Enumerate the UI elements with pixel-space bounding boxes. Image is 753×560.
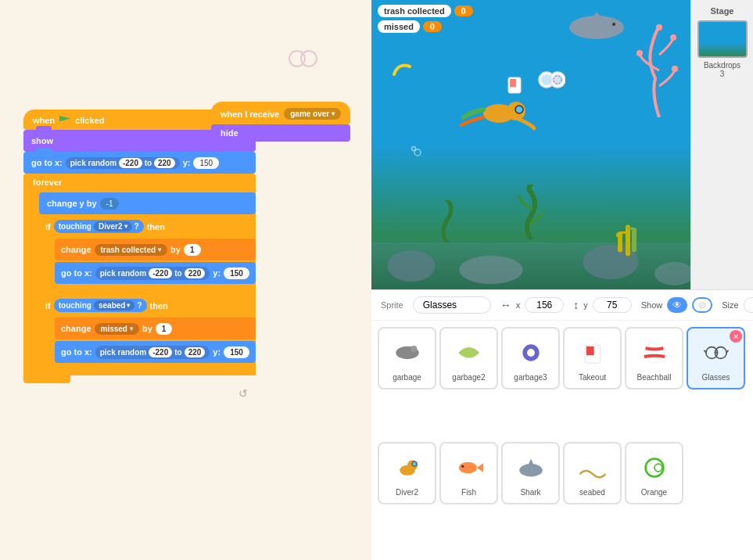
by-val1[interactable]: 1 (184, 244, 201, 256)
change2-label: change (61, 324, 91, 333)
go-to-x3-block[interactable]: go to x: pick random -220 to 220 y: 150 (55, 341, 256, 363)
sprite-card-seabed[interactable]: seabed (563, 442, 622, 504)
touching-diver-input[interactable]: touching Diver2 ▾ ? (54, 220, 144, 233)
svg-point-12 (515, 106, 523, 113)
shark-sprite (565, 4, 628, 46)
y-value1[interactable]: 150 (193, 157, 219, 169)
game-view: trash collected 0 missed 0 (371, 0, 690, 289)
chevron-icon: ▾ (124, 223, 127, 230)
sprite-name-orange: Orange (641, 488, 667, 497)
sprite-icon-shark (514, 451, 548, 485)
stage-thumbnail[interactable] (697, 20, 748, 58)
missed-dropdown[interactable]: missed ▾ (95, 323, 139, 335)
seaweed2-decoration (436, 200, 459, 246)
if2-label: if (45, 301, 51, 311)
go-to-x3-label: go to x: (61, 347, 92, 357)
if-label: if (45, 222, 51, 232)
svg-point-50 (654, 464, 662, 472)
sprite-delete-btn-glasses[interactable]: ✕ (730, 330, 742, 343)
seabed-dropdown[interactable]: seabed ▾ (94, 300, 134, 311)
sprite-icon-diver2 (390, 451, 425, 485)
chevron-icon4: ▾ (130, 325, 133, 332)
sprite-name-input[interactable] (413, 296, 491, 314)
if-end-cap (39, 287, 70, 293)
sprite-icon-garbage (390, 336, 425, 370)
svg-point-21 (459, 256, 523, 284)
seaweed-decoration (515, 185, 547, 242)
pick-random2[interactable]: pick random -220 to 220 (95, 267, 210, 280)
by-val2[interactable]: 1 (156, 323, 173, 335)
sprite-icon-seabed (576, 451, 610, 485)
y-value2[interactable]: 150 (224, 267, 249, 279)
size-label: Size (722, 300, 738, 310)
hide-block[interactable]: hide (211, 124, 350, 142)
when-receive-stack: when I receive game over ▾ hide (211, 102, 350, 142)
touching-seabed-input[interactable]: touching seabed ▾ ? (54, 299, 147, 312)
if-diver2-block[interactable]: if touching Diver2 ▾ ? then change (39, 216, 256, 293)
svg-point-43 (411, 461, 417, 466)
show-visible-btn[interactable]: 👁 (667, 297, 687, 313)
svg-point-9 (656, 24, 662, 31)
y-value3[interactable]: 150 (224, 346, 249, 358)
trash-hud-row: trash collected 0 (378, 5, 473, 17)
svg-point-4 (610, 22, 622, 30)
change-y-val[interactable]: -1 (100, 198, 120, 210)
svg-point-5 (612, 23, 615, 26)
sprite-card-diver2[interactable]: Diver2 (378, 442, 436, 504)
touching2-label: touching (59, 301, 91, 310)
svg-line-39 (704, 350, 705, 352)
missed-label-text: missed (384, 22, 414, 31)
game-over-dropdown[interactable]: game over ▾ (284, 108, 341, 120)
sprite-name-garbage3: garbage3 (514, 373, 547, 382)
if-diver2-body: change trash collected ▾ by 1 go to x: p… (39, 237, 256, 287)
sprite-card-garbage3[interactable]: garbage3 (501, 327, 560, 389)
to-label: to (145, 159, 152, 167)
forever-block[interactable]: forever (23, 174, 256, 191)
change-y-label: change y by (47, 199, 97, 208)
sprite-card-beachball[interactable]: Beachball (625, 327, 683, 389)
hide-label: hide (221, 128, 238, 138)
sprite-card-garbage[interactable]: garbage (378, 327, 436, 389)
trash-collected-dropdown[interactable]: trash collected ▾ (95, 244, 168, 256)
right-panel: trash collected 0 missed 0 (371, 0, 753, 560)
decorative-circles (285, 47, 325, 74)
chevron-icon3: ▾ (127, 302, 130, 309)
go-to-x2-block[interactable]: go to x: pick random -220 to 220 y: 150 (55, 262, 256, 284)
pick-random-input[interactable]: pick random -220 to 220 (66, 157, 180, 169)
svg-marker-45 (476, 463, 482, 472)
random-min2: -220 (149, 268, 172, 278)
sprite-name-diver2: Diver2 (396, 488, 418, 497)
sprite-name-shark: Shark (520, 488, 540, 497)
when-receive-block[interactable]: when I receive game over ▾ (211, 102, 350, 124)
y-value-input[interactable] (593, 297, 632, 313)
sprite-card-takeout[interactable]: Takeout (563, 327, 622, 389)
by-label2: by (142, 324, 152, 333)
x-value-input[interactable] (525, 297, 564, 313)
missed-hud-row: missed 0 (378, 20, 473, 33)
x-label: x (516, 300, 521, 310)
go-to-x-block[interactable]: go to x: pick random -220 to 220 y: 150 (23, 152, 256, 174)
y-label: y: (183, 158, 191, 167)
sprite-card-orange[interactable]: Orange (625, 442, 683, 504)
size-input[interactable] (744, 297, 753, 313)
sprite-card-glasses[interactable]: Glasses✕ (687, 327, 745, 389)
svg-point-30 (411, 346, 417, 352)
sprite-card-fish[interactable]: Fish (439, 442, 498, 504)
if-seabed-block[interactable]: if touching seabed ▾ ? then change (39, 295, 256, 372)
sprite-card-garbage2[interactable]: garbage2 (439, 327, 498, 389)
missed-var-label: missed (101, 325, 127, 333)
diver-dropdown[interactable]: Diver2 ▾ (94, 221, 132, 232)
pick-random3[interactable]: pick random -220 to 220 (95, 346, 210, 359)
stage-area: trash collected 0 missed 0 (371, 0, 753, 289)
sprite-card-shark[interactable]: Shark (501, 442, 560, 504)
sprite-name-glasses: Glasses (701, 373, 730, 382)
show-hidden-btn[interactable]: ⊘ (692, 297, 712, 313)
trash-hud-label: trash collected (378, 5, 451, 17)
svg-rect-14 (510, 79, 516, 87)
change-y-block[interactable]: change y by -1 (39, 192, 256, 214)
bubbles (410, 145, 425, 163)
sprite-icon-orange (637, 451, 672, 485)
change-missed-block[interactable]: change missed ▾ by 1 (55, 318, 256, 339)
size-group: Size (722, 297, 753, 313)
change-trash-block[interactable]: change trash collected ▾ by 1 (55, 239, 256, 260)
